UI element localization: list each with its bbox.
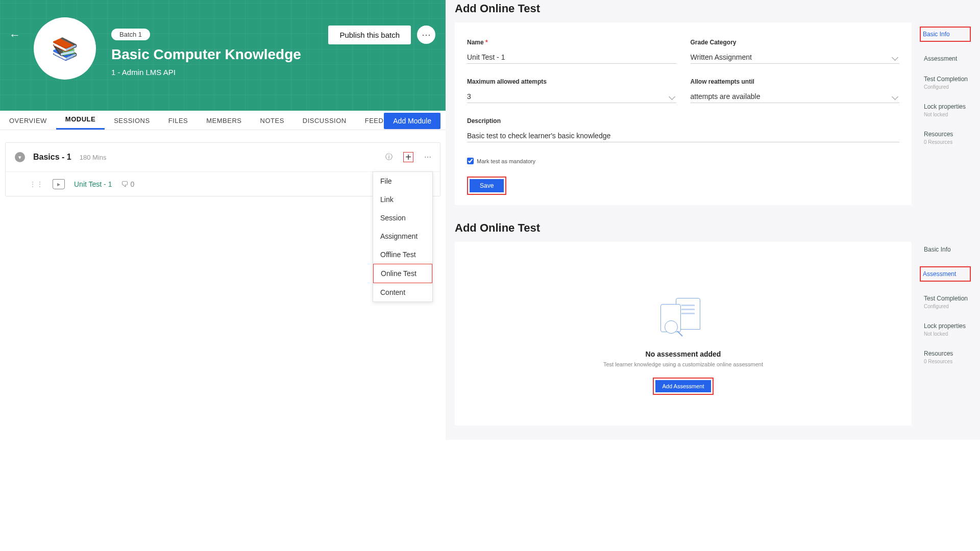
mandatory-checkbox[interactable] bbox=[467, 158, 474, 164]
sidenav2-assessment[interactable]: Assessment bbox=[920, 266, 971, 282]
tab-module[interactable]: MODULE bbox=[56, 115, 105, 130]
tab-sessions[interactable]: SESSIONS bbox=[105, 117, 159, 130]
dd-item-online-test[interactable]: Online Test bbox=[373, 264, 432, 283]
basic-info-form-card: Name Grade Category Maximum allowed atte… bbox=[455, 22, 912, 205]
dd-item-session[interactable]: Session bbox=[373, 209, 432, 227]
tab-bar: OVERVIEWMODULESESSIONSFILESMEMBERSNOTESD… bbox=[0, 111, 446, 130]
module-more-icon[interactable]: ⋯ bbox=[423, 152, 433, 162]
tab-notes[interactable]: NOTES bbox=[251, 117, 293, 130]
name-label: Name bbox=[467, 39, 676, 46]
sidenav2-resources[interactable]: Resources0 Resources bbox=[920, 350, 971, 364]
dd-item-assignment[interactable]: Assignment bbox=[373, 227, 432, 245]
batch-pill[interactable]: Batch 1 bbox=[111, 29, 150, 40]
sidenav2-lock-properties[interactable]: Lock propertiesNot locked bbox=[920, 322, 971, 337]
publish-batch-button[interactable]: Publish this batch bbox=[328, 26, 411, 44]
back-arrow-icon[interactable]: ← bbox=[9, 29, 20, 42]
tab-overview[interactable]: OVERVIEW bbox=[0, 117, 56, 130]
dd-item-offline-test[interactable]: Offline Test bbox=[373, 245, 432, 264]
empty-illustration-icon bbox=[655, 294, 712, 340]
module-duration: 180 Mins bbox=[80, 154, 107, 161]
mandatory-label: Mark test as mandatory bbox=[477, 158, 535, 164]
tab-members[interactable]: MEMBERS bbox=[197, 117, 251, 130]
empty-state-title: No assessment added bbox=[646, 350, 721, 358]
plus-icon: + bbox=[405, 154, 411, 161]
grade-label: Grade Category bbox=[691, 39, 900, 46]
dd-item-link[interactable]: Link bbox=[373, 190, 432, 209]
module-card: ▾ Basics - 1 180 Mins ⓘ + FileLinkSessio… bbox=[5, 142, 440, 196]
course-title: Basic Computer Knowledge bbox=[111, 46, 301, 63]
panel1-side-nav: Basic Info Assessment Test CompletionCon… bbox=[920, 22, 971, 205]
sidenav2-test-completion[interactable]: Test CompletionConfigured bbox=[920, 295, 971, 309]
header-more-icon[interactable]: ⋯ bbox=[417, 26, 435, 44]
course-avatar: 📚 bbox=[34, 17, 96, 80]
module-name: Basics - 1 bbox=[33, 153, 71, 162]
sidenav2-basic-info[interactable]: Basic Info bbox=[920, 246, 971, 253]
module-item-title[interactable]: Unit Test - 1 bbox=[74, 180, 112, 188]
name-input[interactable] bbox=[467, 51, 676, 64]
info-icon[interactable]: ⓘ bbox=[384, 152, 394, 162]
description-label: Description bbox=[467, 117, 899, 124]
grade-category-select[interactable] bbox=[691, 51, 900, 64]
add-assessment-button[interactable]: Add Assessment bbox=[655, 380, 712, 392]
panel2-title: Add Online Test bbox=[455, 219, 971, 242]
reattempt-until-select[interactable] bbox=[691, 90, 900, 103]
course-header: ← 📚 Batch 1 Basic Computer Knowledge 1 -… bbox=[0, 0, 446, 111]
max-attempts-select[interactable] bbox=[467, 90, 676, 103]
sidenav-resources[interactable]: Resources0 Resources bbox=[920, 131, 971, 145]
add-item-menu: FileLinkSessionAssignmentOffline TestOnl… bbox=[373, 171, 433, 302]
empty-state-subtitle: Test learner knowledge using a customiza… bbox=[603, 361, 763, 367]
test-item-icon bbox=[53, 179, 65, 189]
tab-discussion[interactable]: DISCUSSION bbox=[293, 117, 356, 130]
add-module-button[interactable]: Add Module bbox=[384, 113, 440, 129]
attempts-label: Maximum allowed attempts bbox=[467, 78, 676, 85]
comment-count[interactable]: 🗨 0 bbox=[121, 180, 134, 188]
sidenav-assessment[interactable]: Assessment bbox=[920, 55, 971, 62]
add-item-button[interactable]: + bbox=[403, 152, 413, 162]
panel1-title: Add Online Test bbox=[455, 0, 971, 22]
sidenav-basic-info[interactable]: Basic Info bbox=[920, 27, 971, 42]
description-input[interactable] bbox=[467, 130, 899, 142]
course-subtitle: 1 - Admin LMS API bbox=[111, 68, 301, 77]
dd-item-file[interactable]: File bbox=[373, 172, 432, 190]
panel2-side-nav: Basic Info Assessment Test CompletionCon… bbox=[920, 242, 971, 425]
sidenav-test-completion[interactable]: Test CompletionConfigured bbox=[920, 76, 971, 90]
assessment-card: No assessment added Test learner knowled… bbox=[455, 242, 912, 425]
collapse-toggle-icon[interactable]: ▾ bbox=[15, 152, 25, 162]
add-item-dropdown: + FileLinkSessionAssignmentOffline TestO… bbox=[403, 152, 413, 162]
dd-item-content[interactable]: Content bbox=[373, 283, 432, 302]
sidenav-lock-properties[interactable]: Lock propertiesNot locked bbox=[920, 103, 971, 117]
drag-handle-icon[interactable]: ⋮⋮ bbox=[29, 180, 43, 188]
save-button[interactable]: Save bbox=[470, 179, 504, 192]
tab-files[interactable]: FILES bbox=[159, 117, 198, 130]
reattempt-label: Allow reattempts until bbox=[691, 78, 900, 85]
